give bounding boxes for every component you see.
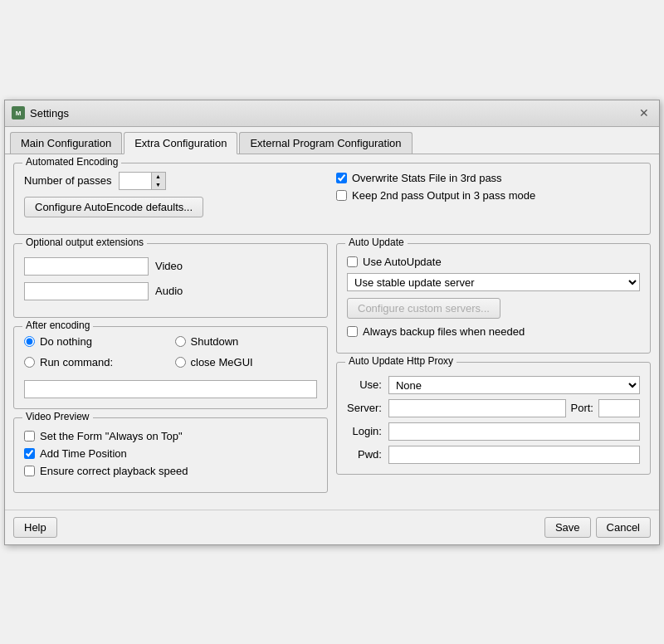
run-command-label: Run command: [40, 356, 113, 368]
video-label: Video [155, 260, 183, 272]
window-title: Settings [30, 107, 636, 120]
close-megui-row: close MeGUI [175, 356, 318, 368]
optional-output-label: Optional output extensions [22, 237, 147, 248]
main-two-col: Optional output extensions Video Audio A… [13, 243, 651, 501]
login-proxy-label: Login: [347, 425, 382, 437]
correct-playback-checkbox[interactable] [24, 466, 35, 476]
configure-autoencode-button[interactable]: Configure AutoEncode defaults... [24, 197, 203, 217]
configure-custom-servers-button[interactable]: Configure custom servers... [347, 298, 500, 319]
automated-encoding-content: Number of passes 2 ▲ ▼ Configure AutoEnc… [24, 172, 640, 224]
automated-encoding-group: Automated Encoding Number of passes 2 ▲ … [13, 163, 651, 235]
keep-2nd-pass-row: Keep 2nd pass Output in 3 pass mode [336, 189, 640, 202]
close-megui-label: close MeGUI [191, 356, 253, 368]
always-on-top-row: Set the Form "Always on Top" [24, 430, 317, 442]
use-autoupdate-label: Use AutoUpdate [363, 256, 442, 268]
proxy-port-input[interactable] [598, 399, 640, 417]
bottom-bar: Help Save Cancel [5, 510, 659, 544]
tab-bar: Main Configuration Extra Configuration E… [5, 127, 659, 154]
cancel-button[interactable]: Cancel [596, 517, 651, 538]
passes-spinner-wrap: 2 ▲ ▼ [119, 172, 166, 190]
keep-2nd-pass-checkbox[interactable] [336, 190, 347, 201]
passes-decrement-button[interactable]: ▼ [152, 181, 165, 189]
server-dropdown-row: Use stable update server Use beta update… [347, 273, 640, 291]
overwrite-stats-label: Overwrite Stats File in 3rd pass [352, 172, 502, 184]
proxy-server-row: Port: [388, 399, 640, 417]
audio-label: Audio [155, 285, 183, 297]
passes-row: Number of passes 2 ▲ ▼ [24, 172, 328, 190]
video-preview-label: Video Preview [22, 411, 93, 422]
auto-update-proxy-group: Auto Update Http Proxy Use: None HTTP SO… [336, 362, 651, 475]
always-backup-row: Always backup files when needed [347, 325, 640, 338]
shutdown-row: Shutdown [175, 335, 318, 348]
server-proxy-label: Server: [347, 402, 382, 414]
video-preview-group: Video Preview Set the Form "Always on To… [13, 417, 328, 493]
overwrite-stats-checkbox[interactable] [336, 173, 347, 183]
automated-encoding-left: Number of passes 2 ▲ ▼ Configure AutoEnc… [24, 172, 328, 224]
tab-main-configuration[interactable]: Main Configuration [10, 132, 122, 154]
passes-input[interactable]: 2 [119, 172, 152, 190]
close-button[interactable]: ✕ [636, 105, 652, 121]
passes-spinner-buttons: ▲ ▼ [152, 172, 166, 190]
automated-encoding-label: Automated Encoding [22, 156, 121, 168]
bottom-right-buttons: Save Cancel [544, 517, 651, 538]
auto-update-label: Auto Update [345, 237, 408, 248]
auto-update-proxy-label: Auto Update Http Proxy [345, 355, 456, 367]
shutdown-radio[interactable] [175, 336, 186, 347]
after-encoding-label: After encoding [22, 320, 93, 331]
add-time-position-checkbox[interactable] [24, 448, 35, 459]
proxy-grid: Use: None HTTP SOCKS4 SOCKS5 Server: Por… [347, 376, 640, 464]
auto-update-group: Auto Update Use AutoUpdate Use stable up… [336, 243, 651, 354]
overwrite-stats-row: Overwrite Stats File in 3rd pass [336, 172, 640, 184]
close-megui-radio[interactable] [175, 357, 186, 368]
audio-ext-input[interactable] [24, 282, 149, 300]
correct-playback-label: Ensure correct playback speed [40, 465, 188, 477]
keep-2nd-pass-label: Keep 2nd pass Output in 3 pass mode [352, 189, 535, 202]
optional-output-group: Optional output extensions Video Audio [13, 243, 328, 318]
save-button[interactable]: Save [544, 517, 591, 538]
right-column: Auto Update Use AutoUpdate Use stable up… [336, 243, 651, 501]
help-button[interactable]: Help [13, 517, 57, 538]
correct-playback-row: Ensure correct playback speed [24, 465, 317, 477]
port-proxy-label: Port: [571, 402, 593, 414]
automated-encoding-right: Overwrite Stats File in 3rd pass Keep 2n… [336, 172, 640, 224]
video-row: Video [24, 257, 317, 276]
use-proxy-label: Use: [347, 378, 382, 391]
after-encoding-grid: Do nothing Shutdown Run command: cl [24, 335, 317, 373]
run-command-radio[interactable] [24, 357, 35, 368]
audio-row: Audio [24, 282, 317, 300]
passes-label: Number of passes [24, 174, 112, 187]
shutdown-label: Shutdown [191, 335, 239, 348]
always-backup-checkbox[interactable] [347, 326, 358, 337]
configure-autoencode-row: Configure AutoEncode defaults... [24, 197, 328, 217]
tab-content: Automated Encoding Number of passes 2 ▲ … [5, 154, 659, 510]
always-backup-label: Always backup files when needed [363, 325, 525, 338]
video-ext-input[interactable] [24, 257, 149, 276]
add-time-position-row: Add Time Position [24, 447, 317, 460]
use-autoupdate-checkbox[interactable] [347, 256, 358, 267]
server-dropdown[interactable]: Use stable update server Use beta update… [347, 273, 640, 291]
passes-increment-button[interactable]: ▲ [152, 173, 165, 181]
title-bar: M Settings ✕ [5, 100, 659, 127]
after-encoding-group: After encoding Do nothing Shutdown Ru [13, 326, 328, 409]
use-autoupdate-row: Use AutoUpdate [347, 256, 640, 268]
proxy-login-input[interactable] [388, 422, 640, 441]
left-column: Optional output extensions Video Audio A… [13, 243, 328, 501]
do-nothing-label: Do nothing [40, 335, 92, 348]
run-command-row: Run command: [24, 356, 167, 368]
configure-servers-row: Configure custom servers... [347, 298, 640, 319]
do-nothing-radio[interactable] [24, 336, 35, 347]
do-nothing-row: Do nothing [24, 335, 167, 348]
use-proxy-dropdown[interactable]: None HTTP SOCKS4 SOCKS5 [388, 376, 640, 394]
proxy-pwd-input[interactable] [388, 446, 640, 464]
always-on-top-checkbox[interactable] [24, 431, 35, 442]
tab-external-program-configuration[interactable]: External Program Configuration [239, 132, 412, 154]
settings-window: M Settings ✕ Main Configuration Extra Co… [4, 100, 660, 545]
tab-extra-configuration[interactable]: Extra Configuration [124, 132, 237, 154]
always-on-top-label: Set the Form "Always on Top" [40, 430, 183, 442]
app-icon: M [12, 106, 25, 120]
add-time-position-label: Add Time Position [40, 447, 127, 460]
svg-text:M: M [16, 110, 22, 117]
proxy-server-input[interactable] [388, 399, 566, 417]
pwd-proxy-label: Pwd: [347, 448, 382, 461]
command-input[interactable] [24, 380, 317, 398]
